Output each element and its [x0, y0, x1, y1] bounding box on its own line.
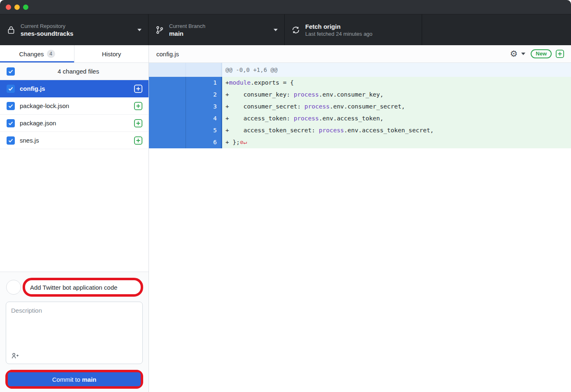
- diff-line-code: + access_token_secret: process.env.acces…: [222, 125, 571, 136]
- repository-name: snes-soundtracks: [21, 30, 133, 37]
- select-all-row: 4 changed files: [0, 63, 149, 80]
- select-all-checkbox[interactable]: [7, 67, 15, 76]
- file-name: snes.js: [20, 137, 134, 144]
- old-line-number-cell: [149, 101, 186, 113]
- changed-files-summary: 4 changed files: [15, 68, 142, 75]
- annotation-commit-highlight: Commit to main: [5, 370, 143, 389]
- diff-line[interactable]: 3+ consumer_secret: process.env.consumer…: [149, 101, 571, 113]
- branch-label: Current Branch: [169, 23, 269, 30]
- file-name: config.js: [20, 85, 134, 92]
- commit-description-box: [6, 302, 143, 364]
- github-desktop-window: Current Repository snes-soundtracks Curr…: [0, 0, 571, 392]
- diff-line[interactable]: 4+ access_token: process.env.access_toke…: [149, 113, 571, 125]
- plus-box-icon[interactable]: [555, 49, 564, 58]
- file-checkbox[interactable]: [7, 85, 15, 93]
- diff-line-code: +module.exports = {: [222, 77, 571, 89]
- git-branch-icon: [155, 25, 164, 35]
- current-repository-dropdown[interactable]: Current Repository snes-soundtracks: [0, 14, 149, 45]
- tab-changes[interactable]: Changes 4: [0, 45, 74, 62]
- plus-box-icon[interactable]: [134, 101, 143, 111]
- commit-description-input[interactable]: [6, 302, 142, 348]
- toolbar-empty-area: [422, 14, 571, 45]
- sync-icon: [291, 25, 300, 35]
- commit-button[interactable]: Commit to main: [8, 372, 141, 386]
- diff-lines: 1+module.exports = {2+ consumer_key: pro…: [149, 77, 571, 148]
- new-line-number-cell: 3: [186, 101, 222, 113]
- hunk-header-text: @@ -0,0 +1,6 @@: [222, 63, 571, 77]
- chevron-down-icon[interactable]: [521, 53, 525, 57]
- changes-count-badge: 4: [47, 50, 55, 58]
- branch-name: main: [169, 30, 269, 37]
- changes-sidebar: Changes 4 History 4 changed files config…: [0, 45, 149, 392]
- minimize-window-button[interactable]: [14, 5, 20, 10]
- chevron-down-icon: [274, 29, 278, 33]
- fetch-subtitle: Last fetched 24 minutes ago: [305, 30, 415, 37]
- new-file-badge: New: [531, 49, 552, 58]
- titlebar: [0, 0, 571, 14]
- diff-line[interactable]: 2+ consumer_key: process.env.consumer_ke…: [149, 89, 571, 101]
- old-line-number-cell: [149, 136, 186, 148]
- diff-line-code: + consumer_key: process.env.consumer_key…: [222, 89, 571, 101]
- diff-line-code: + consumer_secret: process.env.consumer_…: [222, 101, 571, 113]
- file-checkbox[interactable]: [7, 102, 15, 110]
- fetch-origin-button[interactable]: Fetch origin Last fetched 24 minutes ago: [285, 14, 422, 45]
- diff-line-code: + access_token: process.env.access_token…: [222, 113, 571, 125]
- fetch-title: Fetch origin: [305, 23, 415, 30]
- plus-box-icon[interactable]: [134, 119, 143, 128]
- file-row-package-lock.json[interactable]: package-lock.json: [0, 97, 149, 115]
- person-plus-icon[interactable]: [11, 352, 19, 360]
- changed-file-list: config.jspackage-lock.jsonpackage.jsonsn…: [0, 80, 149, 149]
- new-line-number-cell: 1: [186, 77, 222, 89]
- traffic-lights: [6, 5, 28, 10]
- new-line-number-cell: 6: [186, 136, 222, 148]
- file-list-empty-space: [0, 149, 149, 272]
- tab-history-label: History: [102, 51, 121, 58]
- file-name: package-lock.json: [20, 102, 134, 109]
- plus-box-icon[interactable]: [134, 84, 143, 93]
- diff-header: config.js ⚙ New: [149, 45, 571, 63]
- close-window-button[interactable]: [6, 5, 11, 10]
- old-line-number-cell: [149, 89, 186, 101]
- file-checkbox[interactable]: [7, 119, 15, 127]
- diff-line-code: + };⊘↵: [222, 136, 571, 148]
- tab-history[interactable]: History: [74, 45, 149, 62]
- plus-box-icon[interactable]: [134, 136, 143, 145]
- diff-file-title: config.js: [156, 51, 510, 58]
- diff-line[interactable]: 5+ access_token_secret: process.env.acce…: [149, 125, 571, 136]
- tab-changes-label: Changes: [19, 51, 44, 58]
- old-line-number-cell: [149, 125, 186, 136]
- lock-icon: [7, 25, 16, 35]
- diff-pane: config.js ⚙ New @: [149, 45, 571, 392]
- commit-form: Commit to main: [0, 272, 149, 392]
- annotation-summary-highlight: [23, 278, 143, 297]
- file-row-package.json[interactable]: package.json: [0, 115, 149, 132]
- diff-line[interactable]: 1+module.exports = {: [149, 77, 571, 89]
- new-line-number-cell: 2: [186, 89, 222, 101]
- chevron-down-icon: [137, 29, 142, 33]
- diff-line[interactable]: 6+ };⊘↵: [149, 136, 571, 148]
- new-line-number-cell: 5: [186, 125, 222, 136]
- hunk-header-row: @@ -0,0 +1,6 @@: [149, 63, 571, 77]
- commit-summary-input[interactable]: [25, 284, 141, 291]
- current-branch-dropdown[interactable]: Current Branch main: [149, 14, 285, 45]
- sidebar-tabs: Changes 4 History: [0, 45, 149, 63]
- avatar: [6, 280, 21, 295]
- zoom-window-button[interactable]: [23, 5, 28, 10]
- toolbar: Current Repository snes-soundtracks Curr…: [0, 14, 571, 45]
- gear-icon[interactable]: ⚙: [510, 50, 518, 58]
- old-line-number-cell: [149, 113, 186, 125]
- file-row-snes.js[interactable]: snes.js: [0, 132, 149, 149]
- file-checkbox[interactable]: [7, 136, 15, 145]
- new-line-number-cell: 4: [186, 113, 222, 125]
- old-line-number-cell: [149, 77, 186, 89]
- file-name: package.json: [20, 120, 134, 127]
- file-row-config.js[interactable]: config.js: [0, 80, 149, 97]
- diff-body: @@ -0,0 +1,6 @@ 1+module.exports = {2+ c…: [149, 63, 571, 392]
- repository-label: Current Repository: [21, 23, 133, 30]
